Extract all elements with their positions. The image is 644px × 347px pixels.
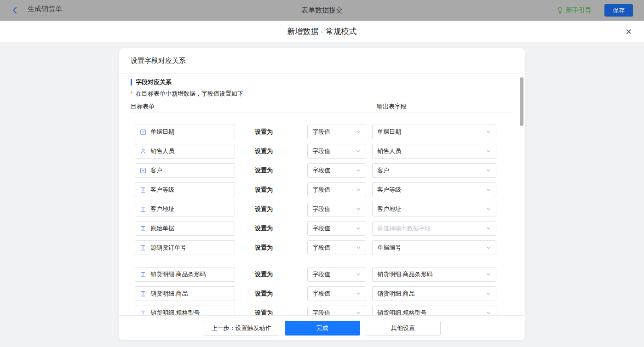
chevron-down-icon (356, 245, 361, 250)
chevron-down-icon (486, 187, 491, 193)
value-type-select[interactable]: 字段值 (307, 202, 366, 216)
field-mapping-row: 销货明细.商品条形码 设置为 字段值 销货明细.商品条形码 (135, 267, 525, 282)
value-type-select[interactable]: 字段值 (307, 286, 366, 301)
save-button[interactable]: 保存 (604, 4, 633, 17)
chevron-down-icon (356, 148, 361, 154)
chevron-down-icon (486, 272, 491, 277)
value-type-selected: 字段值 (312, 224, 330, 233)
prev-step-button[interactable]: 上一步：设置触发动作 (204, 321, 279, 336)
output-field-select[interactable]: 单据日期 (372, 125, 496, 139)
value-type-selected: 字段值 (312, 186, 330, 194)
chevron-down-icon (486, 148, 491, 154)
chevron-down-icon (356, 187, 361, 193)
chevron-down-icon (356, 129, 361, 135)
source-field-label: 销售人员 (150, 147, 174, 155)
topbar-back-group: 生成销货单 (11, 5, 63, 16)
column-header-output-fields: 输出表字段 (377, 102, 407, 111)
value-type-select[interactable]: 字段值 (307, 125, 366, 139)
source-field: 7 单据日期 (135, 125, 235, 139)
value-type-select[interactable]: 字段值 (307, 163, 366, 178)
card-footer: 上一步：设置触发动作 完成 其他设置 (119, 315, 525, 340)
text-icon (140, 187, 146, 193)
field-mapping-list: 7 单据日期 设置为 字段值 单据日期 销售人员 设置为 字段值 (119, 113, 525, 317)
topbar-title: 表单数据提交 (301, 6, 343, 15)
set-as-label: 设置为 (235, 186, 307, 194)
topbar-actions: 新手引导 保存 (557, 4, 633, 17)
source-field-label: 原始单据 (150, 224, 174, 233)
value-type-select[interactable]: 字段值 (307, 221, 366, 236)
source-field-label: 源销货订单号 (150, 244, 186, 252)
screen: 生成销货单 表单数据提交 新手引导 保存 新增数据 - 常规模式 ✕ 设置字段对… (0, 0, 644, 347)
source-field: 销货明细.商品 (135, 286, 235, 301)
value-type-select[interactable]: 字段值 (307, 240, 366, 255)
output-field-select[interactable]: 客户 (372, 163, 496, 178)
source-field-label: 销货明细.商品条形码 (150, 270, 206, 279)
output-field-select[interactable]: 销售人员 (372, 144, 496, 159)
modal-title: 新增数据 - 常规模式 (287, 26, 356, 37)
source-field: 原始单据 (135, 221, 235, 236)
output-field-select[interactable]: 销货明细.商品条形码 (372, 267, 496, 282)
output-field-select[interactable]: 请选择输出数据字段 (372, 221, 496, 236)
value-type-selected: 字段值 (312, 205, 330, 213)
source-field: 销货明细.商品条形码 (135, 267, 235, 282)
output-field-select[interactable]: 客户等级 (372, 182, 496, 197)
field-mapping-row: 源销货订单号 设置为 字段值 单据编号 (135, 240, 525, 255)
set-as-label: 设置为 (235, 270, 307, 279)
topbar: 生成销货单 表单数据提交 新手引导 保存 (0, 0, 644, 21)
select-icon (140, 167, 146, 174)
value-type-select[interactable]: 字段值 (307, 267, 366, 282)
scrollbar-thumb[interactable] (520, 77, 523, 126)
text-icon (140, 271, 146, 278)
value-type-selected: 字段值 (312, 166, 330, 175)
source-field-label: 客户 (150, 166, 162, 175)
workflow-name[interactable]: 生成销货单 (27, 5, 63, 16)
text-icon (140, 245, 146, 251)
chevron-down-icon (486, 291, 491, 296)
value-type-select[interactable]: 字段值 (307, 182, 366, 197)
source-field-label: 销货明细.商品 (150, 290, 188, 298)
done-button[interactable]: 完成 (285, 321, 360, 336)
section-description: *在目标表单中新增数据，字段值设置如下 (131, 90, 513, 97)
chevron-down-icon (486, 129, 491, 135)
output-field-select[interactable]: 单据编号 (372, 240, 496, 255)
field-mapping-row: 销货明细.商品 设置为 字段值 销货明细.商品 (135, 286, 525, 301)
svg-text:7: 7 (142, 131, 144, 134)
beginner-guide-link[interactable]: 新手引导 (557, 6, 592, 15)
field-mapping-row: 7 单据日期 设置为 字段值 单据日期 (135, 125, 525, 139)
column-header-target-form: 目标表单 (131, 103, 155, 110)
set-as-label: 设置为 (235, 166, 307, 175)
section-title-label: 字段对应关系 (136, 78, 172, 86)
required-mark: * (131, 91, 133, 97)
section-title: 字段对应关系 (131, 78, 513, 86)
modal-header: 新增数据 - 常规模式 ✕ (0, 21, 644, 42)
output-field-selected: 客户地址 (377, 205, 401, 213)
lightbulb-icon (557, 7, 563, 14)
source-field: 销售人员 (135, 144, 235, 159)
chevron-down-icon (356, 272, 361, 277)
set-as-label: 设置为 (235, 290, 307, 298)
other-settings-button[interactable]: 其他设置 (366, 321, 441, 336)
output-field-select[interactable]: 销货明细.商品 (372, 286, 496, 301)
value-type-select[interactable]: 字段值 (307, 144, 366, 159)
set-as-label: 设置为 (235, 244, 307, 252)
field-mapping-row: 客户地址 设置为 字段值 客户地址 (135, 202, 525, 216)
description-text: 在目标表单中新增数据，字段值设置如下 (136, 90, 243, 97)
chevron-down-icon (356, 226, 361, 231)
set-as-label: 设置为 (235, 128, 307, 136)
chevron-down-icon (486, 168, 491, 173)
output-field-select[interactable]: 客户地址 (372, 202, 496, 216)
chevron-down-icon (486, 226, 491, 231)
beginner-guide-label: 新手引导 (566, 6, 592, 15)
output-field-selected: 销售人员 (377, 147, 401, 155)
value-type-selected: 字段值 (312, 270, 330, 279)
chevron-down-icon (356, 291, 361, 296)
value-type-selected: 字段值 (312, 147, 330, 155)
field-mapping-row: 客户等级 设置为 字段值 客户等级 (135, 182, 525, 197)
back-chevron-icon[interactable] (11, 6, 19, 14)
value-type-selected: 字段值 (312, 128, 330, 136)
text-icon (140, 225, 146, 232)
close-icon[interactable]: ✕ (626, 28, 632, 35)
output-field-selected: 客户等级 (377, 186, 401, 194)
output-field-selected: 请选择输出数据字段 (377, 224, 431, 233)
source-field: 客户地址 (135, 202, 235, 216)
